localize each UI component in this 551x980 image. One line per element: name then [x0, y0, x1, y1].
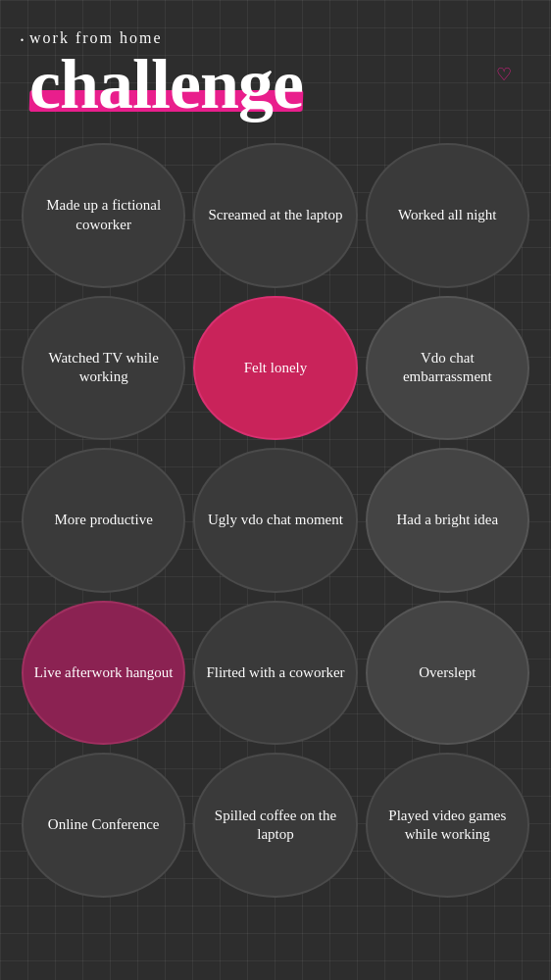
bingo-cell-text-13: Online Conference: [48, 815, 160, 835]
bingo-cell-text-7: More productive: [54, 511, 152, 530]
bingo-cell-text-8: Ugly vdo chat moment: [208, 511, 343, 530]
bingo-cell-9[interactable]: Had a bright idea: [366, 448, 529, 593]
bingo-cell-text-4: Watched TV while working: [33, 349, 174, 387]
bingo-cell-12[interactable]: Overslept: [366, 601, 529, 746]
bingo-cell-text-6: Vdo chat embarrassment: [377, 349, 518, 387]
bingo-cell-11[interactable]: Flirted with a coworker: [193, 601, 357, 746]
bingo-cell-3[interactable]: Worked all night: [366, 143, 529, 288]
bingo-cell-5[interactable]: Felt lonely: [193, 296, 357, 441]
bingo-cell-text-15: Played video games while working: [377, 807, 518, 845]
bingo-cell-text-9: Had a bright idea: [396, 511, 498, 530]
bingo-cell-15[interactable]: Played video games while working: [366, 753, 529, 898]
bingo-cell-1[interactable]: Made up a fictional coworker: [22, 143, 185, 288]
bingo-cell-text-10: Live afterwork hangout: [34, 663, 174, 683]
bingo-cell-text-5: Felt lonely: [244, 359, 308, 378]
bingo-cell-13[interactable]: Online Conference: [22, 753, 185, 898]
title-wrapper: challenge: [29, 49, 303, 120]
bingo-cell-4[interactable]: Watched TV while working: [22, 296, 185, 441]
bingo-cell-10[interactable]: Live afterwork hangout: [22, 601, 185, 746]
bingo-cell-text-1: Made up a fictional coworker: [33, 196, 174, 234]
bingo-grid: Made up a fictional coworkerScreamed at …: [10, 133, 541, 907]
heart-icon: ♡: [496, 64, 512, 85]
bingo-cell-8[interactable]: Ugly vdo chat moment: [193, 448, 357, 593]
page-container: work from home challenge ♡ Made up a fic…: [0, 0, 551, 980]
bingo-cell-14[interactable]: Spilled coffee on the laptop: [193, 753, 357, 898]
main-title: challenge: [29, 49, 303, 120]
bingo-cell-7[interactable]: More productive: [22, 448, 185, 593]
bingo-cell-6[interactable]: Vdo chat embarrassment: [366, 296, 529, 441]
bingo-cell-text-3: Worked all night: [398, 206, 496, 225]
bingo-cell-2[interactable]: Screamed at the laptop: [193, 143, 357, 288]
bingo-cell-text-2: Screamed at the laptop: [208, 206, 342, 225]
bingo-cell-text-14: Spilled coffee on the laptop: [205, 807, 345, 845]
bingo-cell-text-12: Overslept: [419, 663, 476, 683]
header: work from home challenge ♡: [10, 20, 541, 120]
bingo-cell-text-11: Flirted with a coworker: [206, 663, 344, 683]
